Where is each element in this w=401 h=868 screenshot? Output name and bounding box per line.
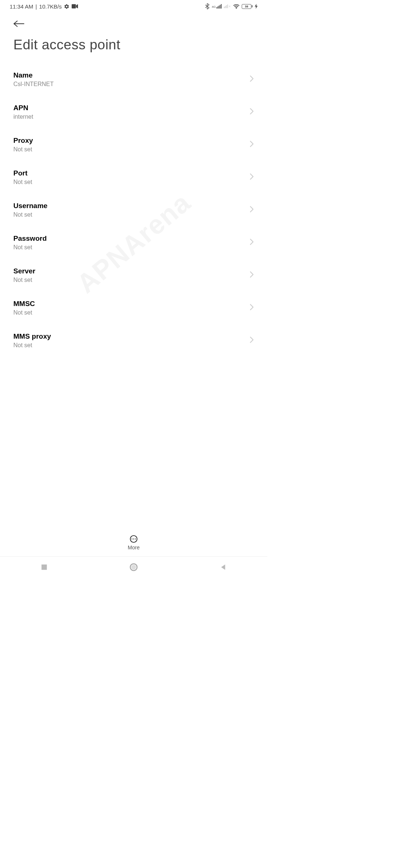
chevron-right-icon: [250, 239, 254, 247]
row-text: ProxyNot set: [13, 137, 250, 153]
setting-row-port[interactable]: PortNot set: [13, 161, 254, 194]
svg-rect-6: [42, 564, 47, 569]
setting-row-username[interactable]: UsernameNot set: [13, 194, 254, 226]
svg-point-5: [135, 539, 136, 539]
row-label: Port: [13, 169, 250, 177]
system-nav-bar: [0, 556, 267, 579]
arrow-left-icon: [13, 20, 25, 27]
video-icon: [72, 4, 78, 9]
bottom-toolbar: More: [0, 535, 267, 553]
svg-point-3: [131, 539, 132, 539]
more-label: More: [128, 545, 140, 550]
svg-rect-0: [72, 4, 76, 8]
row-text: UsernameNot set: [13, 202, 250, 218]
setting-row-mmsc[interactable]: MMSCNot set: [13, 292, 254, 324]
row-value: internet: [13, 114, 250, 120]
row-label: MMS proxy: [13, 332, 250, 341]
more-circle-icon: [130, 535, 138, 543]
row-text: MMS proxyNot set: [13, 332, 250, 349]
setting-row-proxy[interactable]: ProxyNot set: [13, 128, 254, 161]
row-value: Not set: [13, 179, 250, 185]
signal-nosim-icon: ✕: [224, 4, 231, 8]
row-value: Not set: [13, 277, 250, 283]
row-text: PortNot set: [13, 169, 250, 185]
battery-icon: 38: [242, 4, 252, 9]
chevron-right-icon: [250, 304, 254, 312]
square-icon: [41, 564, 48, 571]
nav-recent-button[interactable]: [30, 560, 59, 576]
row-text: MMSCNot set: [13, 300, 250, 316]
row-label: Name: [13, 71, 250, 79]
row-label: Username: [13, 202, 250, 210]
status-sep: |: [35, 3, 37, 10]
circle-icon: [130, 563, 138, 571]
chevron-right-icon: [250, 108, 254, 116]
row-label: MMSC: [13, 300, 250, 308]
setting-row-apn[interactable]: APNinternet: [13, 96, 254, 128]
status-time: 11:34 AM: [10, 3, 33, 10]
signal-4g-icon: 4G: [212, 4, 222, 9]
status-bar: 11:34 AM | 10.7KB/s 4G ✕: [0, 0, 267, 13]
chevron-right-icon: [250, 75, 254, 83]
bluetooth-icon: [205, 3, 209, 9]
row-text: APNinternet: [13, 104, 250, 120]
chevron-right-icon: [250, 271, 254, 279]
row-label: Password: [13, 234, 250, 243]
row-label: Proxy: [13, 137, 250, 145]
chevron-right-icon: [250, 206, 254, 214]
nav-back-button[interactable]: [209, 560, 238, 576]
setting-row-server[interactable]: ServerNot set: [13, 259, 254, 292]
charging-icon: [255, 4, 258, 9]
row-text: PasswordNot set: [13, 234, 250, 251]
setting-row-name[interactable]: NameCsl-INTERNET: [13, 63, 254, 96]
svg-point-4: [133, 539, 134, 539]
row-label: APN: [13, 104, 250, 112]
setting-row-mms-proxy[interactable]: MMS proxyNot set: [13, 324, 254, 357]
fade-overlay: [0, 516, 267, 531]
row-value: Not set: [13, 146, 250, 153]
svg-point-8: [131, 565, 136, 569]
gear-icon: [64, 4, 69, 9]
settings-list: NameCsl-INTERNETAPNinternetProxyNot setP…: [0, 63, 267, 357]
status-speed: 10.7KB/s: [39, 3, 62, 10]
back-button[interactable]: [13, 20, 25, 27]
row-value: Not set: [13, 211, 250, 218]
nav-home-button[interactable]: [118, 559, 149, 576]
chevron-right-icon: [250, 173, 254, 181]
chevron-right-icon: [250, 141, 254, 149]
setting-row-password[interactable]: PasswordNot set: [13, 226, 254, 259]
status-right: 4G ✕ 38: [205, 3, 258, 9]
page-title: Edit access point: [0, 29, 267, 63]
row-value: Not set: [13, 309, 250, 316]
status-left: 11:34 AM | 10.7KB/s: [10, 3, 78, 10]
row-value: Csl-INTERNET: [13, 81, 250, 88]
row-value: Not set: [13, 244, 250, 251]
more-button[interactable]: More: [128, 535, 140, 550]
triangle-left-icon: [220, 564, 226, 571]
row-text: NameCsl-INTERNET: [13, 71, 250, 88]
chevron-right-icon: [250, 336, 254, 345]
row-text: ServerNot set: [13, 267, 250, 283]
row-value: Not set: [13, 342, 250, 349]
row-label: Server: [13, 267, 250, 275]
wifi-icon: [233, 4, 239, 9]
header-row: [0, 13, 267, 29]
